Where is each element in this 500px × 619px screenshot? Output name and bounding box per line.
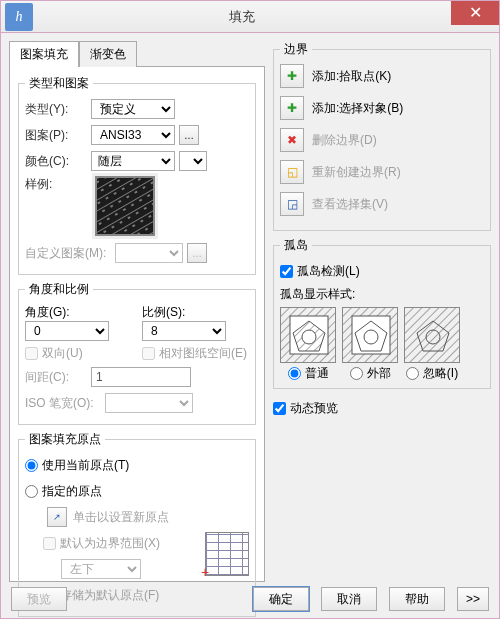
island-normal-label: 普通: [305, 366, 329, 380]
expand-button[interactable]: >>: [457, 587, 489, 611]
group-type-pattern: 类型和图案 类型(Y): 预定义 图案(P): ANSI33 …: [18, 75, 256, 275]
default-extent-label: 默认为边界范围(X): [60, 535, 160, 552]
group-boundary: 边界 ✚ 添加:拾取点(K) ✚ 添加:选择对象(B) ✖ 删除边界(D) ◱ …: [273, 41, 491, 231]
type-select[interactable]: 预定义: [91, 99, 175, 119]
group-islands-label: 孤岛: [280, 237, 312, 254]
close-button[interactable]: ✕: [451, 1, 499, 25]
store-origin-label: 存储为默认原点(F): [60, 587, 159, 604]
spacing-input: [91, 367, 191, 387]
island-outer-icon: [343, 307, 397, 363]
dynamic-preview-label: 动态预览: [290, 400, 338, 417]
relative-paper-label: 相对图纸空间(E): [159, 346, 247, 360]
custom-pattern-browse-button: …: [187, 243, 207, 263]
island-ignore-preview[interactable]: [404, 307, 460, 363]
pattern-label: 图案(P):: [25, 127, 91, 144]
add-select-button[interactable]: ✚: [280, 96, 304, 120]
recreate-boundary-button[interactable]: ◱: [280, 160, 304, 184]
tab-gradient[interactable]: 渐变色: [79, 41, 137, 67]
custom-pattern-label: 自定义图案(M):: [25, 245, 115, 262]
tab-hatch[interactable]: 图案填充: [9, 41, 79, 67]
group-boundary-label: 边界: [280, 41, 312, 58]
color-label: 颜色(C):: [25, 153, 91, 170]
set-origin-label: 单击以设置新原点: [73, 509, 169, 526]
custom-pattern-select: [115, 243, 183, 263]
scale-select[interactable]: 8: [142, 321, 226, 341]
sample-preview[interactable]: [95, 176, 155, 236]
type-label: 类型(Y):: [25, 101, 91, 118]
ok-button[interactable]: 确定: [253, 587, 309, 611]
relative-paper-checkbox: [142, 347, 155, 360]
pattern-browse-button[interactable]: …: [179, 125, 199, 145]
preview-button: 预览: [11, 587, 67, 611]
angle-label: 角度(G):: [25, 304, 132, 321]
svg-rect-13: [405, 307, 459, 363]
origin-preview-icon: +: [205, 532, 249, 576]
use-current-origin-radio[interactable]: [25, 459, 38, 472]
default-extent-checkbox: [43, 537, 56, 550]
island-normal-preview[interactable]: [280, 307, 336, 363]
island-detect-checkbox[interactable]: [280, 265, 293, 278]
sample-label: 样例:: [25, 176, 91, 193]
use-current-origin-label: 使用当前原点(T): [42, 457, 129, 474]
spacing-label: 间距(C):: [25, 369, 91, 386]
island-outer-preview[interactable]: [342, 307, 398, 363]
add-select-label: 添加:选择对象(B): [312, 100, 403, 117]
remove-boundary-button[interactable]: ✖: [280, 128, 304, 152]
svg-point-8: [302, 330, 316, 344]
set-origin-button: ↗: [47, 507, 67, 527]
add-pick-label: 添加:拾取点(K): [312, 68, 391, 85]
group-type-pattern-label: 类型和图案: [25, 75, 93, 92]
window-title: 填充: [33, 8, 451, 26]
dynamic-preview-checkbox[interactable]: [273, 402, 286, 415]
two-way-label: 双向(U): [42, 346, 83, 360]
origin-pos-select: 左下: [61, 559, 141, 579]
group-angle-scale: 角度和比例 角度(G): 0 双向(U) 比例(S): 8 相对图纸空间(E): [18, 281, 256, 425]
angle-select[interactable]: 0: [25, 321, 109, 341]
two-way-checkbox: [25, 347, 38, 360]
svg-point-12: [364, 330, 378, 344]
remove-boundary-label: 删除边界(D): [312, 132, 377, 149]
island-detect-label: 孤岛检测(L): [297, 263, 360, 280]
group-angle-scale-label: 角度和比例: [25, 281, 93, 298]
app-icon: h: [5, 3, 33, 31]
add-pick-button[interactable]: ✚: [280, 64, 304, 88]
view-selection-button[interactable]: ◲: [280, 192, 304, 216]
color-secondary-select[interactable]: ☑: [179, 151, 207, 171]
island-ignore-icon: [405, 307, 459, 363]
island-outer-radio[interactable]: [350, 367, 363, 380]
scale-label: 比例(S):: [142, 304, 249, 321]
island-outer-label: 外部: [367, 366, 391, 380]
color-select[interactable]: 随层: [91, 151, 175, 171]
group-origin-label: 图案填充原点: [25, 431, 105, 448]
help-button[interactable]: 帮助: [389, 587, 445, 611]
island-normal-icon: [281, 307, 335, 363]
pattern-select[interactable]: ANSI33: [91, 125, 175, 145]
iso-pen-select: [105, 393, 193, 413]
cancel-button[interactable]: 取消: [321, 587, 377, 611]
iso-pen-label: ISO 笔宽(O):: [25, 395, 105, 412]
specified-origin-radio[interactable]: [25, 485, 38, 498]
recreate-boundary-label: 重新创建边界(R): [312, 164, 401, 181]
island-normal-radio[interactable]: [288, 367, 301, 380]
island-ignore-label: 忽略(I): [423, 366, 458, 380]
svg-rect-3: [97, 178, 153, 234]
group-islands: 孤岛 孤岛检测(L) 孤岛显示样式:: [273, 237, 491, 389]
view-selection-label: 查看选择集(V): [312, 196, 388, 213]
island-ignore-radio[interactable]: [406, 367, 419, 380]
specified-origin-label: 指定的原点: [42, 483, 102, 500]
hatch-pattern-icon: [97, 178, 153, 234]
island-display-style-label: 孤岛显示样式:: [280, 286, 484, 303]
